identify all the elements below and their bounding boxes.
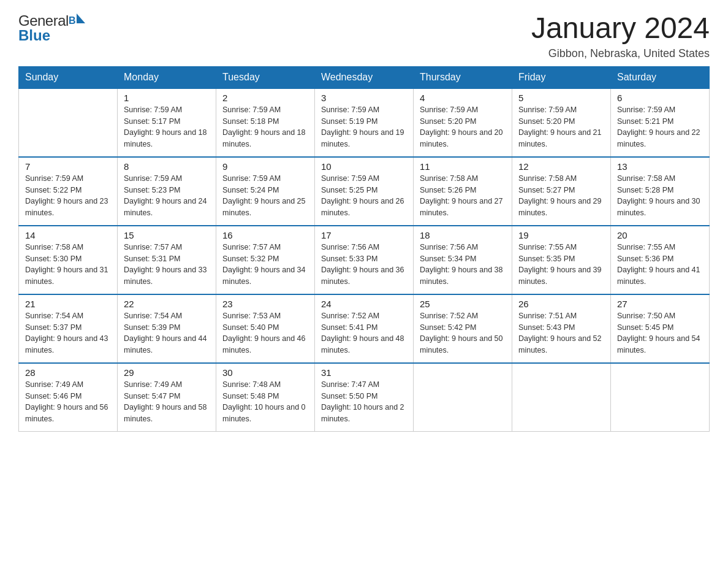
day-number: 4 (420, 93, 506, 103)
day-number: 24 (321, 299, 407, 309)
day-number: 16 (222, 230, 308, 240)
day-info: Sunrise: 7:49 AMSunset: 5:46 PMDaylight:… (25, 379, 111, 425)
day-info: Sunrise: 7:49 AMSunset: 5:47 PMDaylight:… (124, 379, 210, 425)
calendar-table: SundayMondayTuesdayWednesdayThursdayFrid… (18, 66, 710, 432)
calendar-week-row: 28Sunrise: 7:49 AMSunset: 5:46 PMDayligh… (19, 363, 710, 432)
calendar-day-25: 25Sunrise: 7:52 AMSunset: 5:42 PMDayligh… (414, 294, 512, 363)
month-title: January 2024 (531, 12, 710, 45)
calendar-day-16: 16Sunrise: 7:57 AMSunset: 5:32 PMDayligh… (216, 226, 315, 294)
day-number: 8 (124, 161, 210, 172)
calendar-day-27: 27Sunrise: 7:50 AMSunset: 5:45 PMDayligh… (611, 294, 710, 363)
day-info: Sunrise: 7:47 AMSunset: 5:50 PMDaylight:… (321, 379, 407, 425)
day-number: 23 (222, 299, 308, 309)
day-info: Sunrise: 7:55 AMSunset: 5:36 PMDaylight:… (617, 242, 703, 288)
day-info: Sunrise: 7:51 AMSunset: 5:43 PMDaylight:… (518, 310, 604, 356)
calendar-day-8: 8Sunrise: 7:59 AMSunset: 5:23 PMDaylight… (118, 157, 216, 226)
day-info: Sunrise: 7:57 AMSunset: 5:32 PMDaylight:… (222, 242, 308, 288)
logo-triangle-icon (77, 13, 85, 23)
col-header-tuesday: Tuesday (216, 66, 315, 88)
calendar-day-9: 9Sunrise: 7:59 AMSunset: 5:24 PMDaylight… (216, 157, 315, 226)
day-info: Sunrise: 7:53 AMSunset: 5:40 PMDaylight:… (222, 310, 308, 356)
day-info: Sunrise: 7:58 AMSunset: 5:30 PMDaylight:… (25, 242, 111, 288)
calendar-day-7: 7Sunrise: 7:59 AMSunset: 5:22 PMDaylight… (19, 157, 118, 226)
day-number: 10 (321, 161, 407, 172)
location-text: Gibbon, Nebraska, United States (531, 47, 710, 60)
calendar-day-10: 10Sunrise: 7:59 AMSunset: 5:25 PMDayligh… (315, 157, 414, 226)
col-header-monday: Monday (118, 66, 216, 88)
day-number: 21 (25, 299, 111, 309)
day-number: 3 (321, 93, 407, 103)
calendar-day-30: 30Sunrise: 7:48 AMSunset: 5:48 PMDayligh… (216, 363, 315, 432)
day-info: Sunrise: 7:59 AMSunset: 5:21 PMDaylight:… (617, 104, 703, 150)
calendar-week-row: 7Sunrise: 7:59 AMSunset: 5:22 PMDaylight… (19, 157, 710, 226)
day-number: 25 (420, 299, 506, 309)
day-number: 29 (124, 367, 210, 378)
calendar-week-row: 21Sunrise: 7:54 AMSunset: 5:37 PMDayligh… (19, 294, 710, 363)
calendar-day-15: 15Sunrise: 7:57 AMSunset: 5:31 PMDayligh… (118, 226, 216, 294)
calendar-day-14: 14Sunrise: 7:58 AMSunset: 5:30 PMDayligh… (19, 226, 118, 294)
calendar-day-6: 6Sunrise: 7:59 AMSunset: 5:21 PMDaylight… (611, 88, 710, 157)
calendar-day-5: 5Sunrise: 7:59 AMSunset: 5:20 PMDaylight… (512, 88, 611, 157)
day-info: Sunrise: 7:52 AMSunset: 5:41 PMDaylight:… (321, 310, 407, 356)
calendar-day-3: 3Sunrise: 7:59 AMSunset: 5:19 PMDaylight… (315, 88, 414, 157)
day-info: Sunrise: 7:59 AMSunset: 5:20 PMDaylight:… (518, 104, 604, 150)
empty-cell (611, 363, 710, 432)
page-header: GeneralB Blue January 2024 Gibbon, Nebra… (18, 12, 710, 60)
calendar-week-row: 1Sunrise: 7:59 AMSunset: 5:17 PMDaylight… (19, 88, 710, 157)
day-number: 5 (518, 93, 604, 103)
day-info: Sunrise: 7:59 AMSunset: 5:18 PMDaylight:… (222, 104, 308, 150)
calendar-day-24: 24Sunrise: 7:52 AMSunset: 5:41 PMDayligh… (315, 294, 414, 363)
day-number: 28 (25, 367, 111, 378)
day-info: Sunrise: 7:58 AMSunset: 5:27 PMDaylight:… (518, 173, 604, 219)
day-number: 13 (617, 161, 703, 172)
calendar-day-13: 13Sunrise: 7:58 AMSunset: 5:28 PMDayligh… (611, 157, 710, 226)
day-info: Sunrise: 7:54 AMSunset: 5:37 PMDaylight:… (25, 310, 111, 356)
calendar-day-22: 22Sunrise: 7:54 AMSunset: 5:39 PMDayligh… (118, 294, 216, 363)
empty-cell (414, 363, 512, 432)
day-info: Sunrise: 7:56 AMSunset: 5:33 PMDaylight:… (321, 242, 407, 288)
calendar-week-row: 14Sunrise: 7:58 AMSunset: 5:30 PMDayligh… (19, 226, 710, 294)
calendar-day-29: 29Sunrise: 7:49 AMSunset: 5:47 PMDayligh… (118, 363, 216, 432)
day-info: Sunrise: 7:59 AMSunset: 5:19 PMDaylight:… (321, 104, 407, 150)
day-info: Sunrise: 7:59 AMSunset: 5:20 PMDaylight:… (420, 104, 506, 150)
day-info: Sunrise: 7:48 AMSunset: 5:48 PMDaylight:… (222, 379, 308, 425)
day-info: Sunrise: 7:52 AMSunset: 5:42 PMDaylight:… (420, 310, 506, 356)
calendar-day-28: 28Sunrise: 7:49 AMSunset: 5:46 PMDayligh… (19, 363, 118, 432)
day-number: 22 (124, 299, 210, 309)
day-info: Sunrise: 7:57 AMSunset: 5:31 PMDaylight:… (124, 242, 210, 288)
day-number: 27 (617, 299, 703, 309)
day-number: 31 (321, 367, 407, 378)
calendar-day-18: 18Sunrise: 7:56 AMSunset: 5:34 PMDayligh… (414, 226, 512, 294)
day-number: 9 (222, 161, 308, 172)
calendar-header-row: SundayMondayTuesdayWednesdayThursdayFrid… (19, 66, 710, 88)
logo-b-text: B (69, 15, 76, 26)
day-info: Sunrise: 7:54 AMSunset: 5:39 PMDaylight:… (124, 310, 210, 356)
calendar-day-26: 26Sunrise: 7:51 AMSunset: 5:43 PMDayligh… (512, 294, 611, 363)
day-number: 14 (25, 230, 111, 240)
day-number: 19 (518, 230, 604, 240)
col-header-thursday: Thursday (414, 66, 512, 88)
day-number: 15 (124, 230, 210, 240)
col-header-wednesday: Wednesday (315, 66, 414, 88)
day-number: 20 (617, 230, 703, 240)
calendar-day-31: 31Sunrise: 7:47 AMSunset: 5:50 PMDayligh… (315, 363, 414, 432)
day-info: Sunrise: 7:55 AMSunset: 5:35 PMDaylight:… (518, 242, 604, 288)
day-number: 6 (617, 93, 703, 103)
col-header-saturday: Saturday (611, 66, 710, 88)
logo-blue-text: Blue (18, 27, 50, 44)
day-info: Sunrise: 7:50 AMSunset: 5:45 PMDaylight:… (617, 310, 703, 356)
day-number: 11 (420, 161, 506, 172)
day-info: Sunrise: 7:58 AMSunset: 5:26 PMDaylight:… (420, 173, 506, 219)
calendar-day-19: 19Sunrise: 7:55 AMSunset: 5:35 PMDayligh… (512, 226, 611, 294)
day-info: Sunrise: 7:59 AMSunset: 5:17 PMDaylight:… (124, 104, 210, 150)
day-info: Sunrise: 7:58 AMSunset: 5:28 PMDaylight:… (617, 173, 703, 219)
day-info: Sunrise: 7:59 AMSunset: 5:25 PMDaylight:… (321, 173, 407, 219)
logo: GeneralB Blue (18, 12, 85, 44)
day-number: 17 (321, 230, 407, 240)
day-info: Sunrise: 7:59 AMSunset: 5:23 PMDaylight:… (124, 173, 210, 219)
empty-cell (512, 363, 611, 432)
calendar-day-2: 2Sunrise: 7:59 AMSunset: 5:18 PMDaylight… (216, 88, 315, 157)
title-block: January 2024 Gibbon, Nebraska, United St… (531, 12, 710, 60)
day-number: 18 (420, 230, 506, 240)
day-number: 30 (222, 367, 308, 378)
